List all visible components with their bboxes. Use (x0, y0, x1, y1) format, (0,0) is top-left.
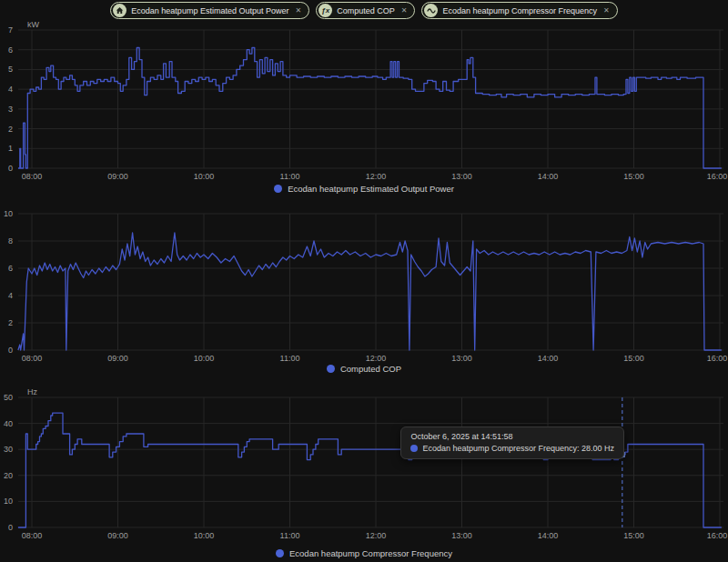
frequency-chart-legend[interactable]: Ecodan heatpump Compressor Frequency (0, 548, 728, 558)
svg-text:0: 0 (8, 164, 13, 173)
close-icon[interactable]: ✕ (295, 6, 301, 15)
cop-chart-legend[interactable]: Computed COP (0, 364, 728, 374)
tooltip-timestamp: October 6, 2025 at 14:51:58 (410, 432, 614, 441)
series-dot (410, 445, 418, 452)
svg-text:09:00: 09:00 (107, 172, 128, 181)
svg-text:16:00: 16:00 (707, 531, 728, 540)
chip-label: Ecodan heatpump Compressor Frequency (442, 6, 597, 15)
chip-computed-cop[interactable]: ƒx Computed COP ✕ (316, 2, 415, 19)
svg-text:15:00: 15:00 (623, 354, 644, 362)
svg-text:09:00: 09:00 (107, 354, 128, 362)
history-page: { "header": { "chips": [ {"label": "Ecod… (0, 0, 728, 562)
svg-text:20: 20 (4, 471, 13, 480)
svg-text:8: 8 (8, 236, 13, 246)
frequency-chart-canvas[interactable]: 0102030405008:0009:0010:0011:0012:0013:0… (0, 386, 728, 540)
svg-text:16:00: 16:00 (707, 172, 728, 181)
svg-text:13:00: 13:00 (451, 531, 472, 540)
svg-text:6: 6 (8, 264, 13, 273)
svg-text:11:00: 11:00 (280, 172, 300, 181)
svg-text:13:00: 13:00 (451, 354, 472, 362)
chip-label: Ecodan heatpump Estimated Output Power (131, 6, 288, 15)
legend-label: Computed COP (340, 364, 401, 374)
power-chart: 0123456708:0009:0010:0011:0012:0013:0014… (0, 22, 728, 204)
svg-text:10:00: 10:00 (194, 172, 215, 181)
legend-label: Ecodan heatpump Compressor Frequency (289, 548, 452, 558)
legend-label: Ecodan heatpump Estimated Output Power (288, 184, 454, 194)
svg-text:10: 10 (4, 209, 13, 218)
svg-text:12:00: 12:00 (366, 172, 387, 181)
svg-text:5: 5 (8, 65, 13, 74)
svg-text:10:00: 10:00 (194, 354, 215, 362)
legend-dot (327, 365, 335, 373)
chip-estimated-output-power[interactable]: Ecodan heatpump Estimated Output Power ✕ (110, 2, 309, 19)
svg-text:09:00: 09:00 (107, 531, 128, 540)
cop-chart: 024681008:0009:0010:0011:0012:0013:0014:… (0, 204, 728, 384)
legend-dot (274, 185, 282, 193)
svg-text:08:00: 08:00 (22, 531, 43, 540)
svg-text:50: 50 (4, 393, 13, 402)
close-icon[interactable]: ✕ (401, 6, 408, 15)
svg-text:16:00: 16:00 (707, 354, 728, 362)
svg-text:08:00: 08:00 (22, 354, 43, 362)
svg-text:0: 0 (8, 346, 13, 355)
svg-text:30: 30 (4, 445, 13, 454)
svg-text:12:00: 12:00 (366, 531, 387, 540)
close-icon[interactable]: ✕ (603, 6, 610, 15)
svg-text:11:00: 11:00 (280, 531, 300, 540)
svg-text:2: 2 (8, 125, 13, 134)
svg-text:4: 4 (8, 85, 13, 94)
svg-text:2: 2 (8, 318, 13, 327)
svg-text:08:00: 08:00 (22, 172, 43, 181)
svg-text:13:00: 13:00 (451, 172, 472, 181)
svg-text:Hz: Hz (27, 387, 37, 396)
svg-text:14:00: 14:00 (538, 354, 559, 362)
home-icon (113, 4, 126, 17)
svg-text:40: 40 (4, 419, 13, 428)
svg-text:3: 3 (8, 105, 13, 114)
svg-text:7: 7 (8, 25, 13, 35)
svg-text:11:00: 11:00 (280, 354, 300, 362)
sine-wave-icon (424, 4, 438, 17)
svg-text:0: 0 (8, 523, 13, 532)
power-chart-canvas[interactable]: 0123456708:0009:0010:0011:0012:0013:0014… (0, 22, 728, 182)
function-icon: ƒx (318, 4, 332, 17)
svg-text:15:00: 15:00 (623, 531, 644, 540)
svg-text:12:00: 12:00 (366, 354, 387, 362)
svg-text:10: 10 (4, 497, 13, 506)
tooltip-series-value: Ecodan heatpump Compressor Frequency: 28… (422, 444, 614, 453)
svg-text:kW: kW (27, 22, 40, 29)
svg-text:6: 6 (8, 45, 13, 55)
chip-compressor-frequency[interactable]: Ecodan heatpump Compressor Frequency ✕ (421, 2, 617, 19)
power-chart-legend[interactable]: Ecodan heatpump Estimated Output Power (0, 184, 728, 194)
svg-text:14:00: 14:00 (538, 172, 559, 181)
svg-text:4: 4 (8, 291, 13, 300)
chip-label: Computed COP (337, 6, 395, 15)
legend-dot (276, 549, 284, 557)
entity-chip-row: Ecodan heatpump Estimated Output Power ✕… (0, 2, 728, 19)
svg-text:10:00: 10:00 (194, 531, 215, 540)
frequency-chart: 0102030405008:0009:0010:0011:0012:0013:0… (0, 386, 728, 562)
svg-text:14:00: 14:00 (538, 531, 559, 540)
svg-text:1: 1 (8, 144, 13, 153)
cop-chart-canvas[interactable]: 024681008:0009:0010:0011:0012:0013:0014:… (0, 204, 728, 362)
svg-text:15:00: 15:00 (623, 172, 644, 181)
chart-tooltip: October 6, 2025 at 14:51:58 Ecodan heatp… (400, 427, 624, 459)
